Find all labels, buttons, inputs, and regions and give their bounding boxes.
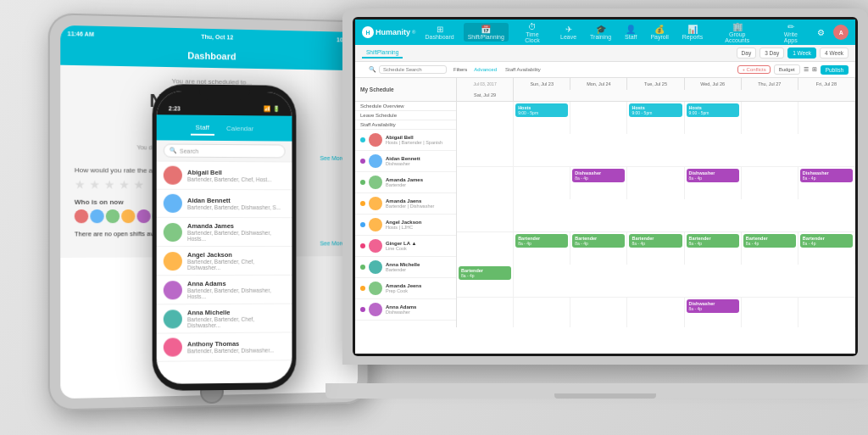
view-3day[interactable]: 3 Day [760, 47, 784, 59]
shift-card[interactable]: Bartender 8a - 4p [515, 234, 568, 248]
grid-cell[interactable] [514, 167, 570, 199]
grid-cell[interactable] [742, 102, 798, 134]
staff-name: Aidan Bennett [187, 197, 286, 204]
grid-cell[interactable] [457, 298, 514, 327]
grid-cell[interactable] [457, 134, 514, 166]
grid-cell[interactable]: Dishwasher 8a - 4p [685, 167, 742, 199]
tab-staff[interactable]: Staff [191, 120, 214, 135]
nav-group-accounts[interactable]: 🏢 Group Accounts [712, 20, 762, 45]
shift-card[interactable]: Dishwasher 8a - 4p [572, 169, 625, 182]
nav-reports[interactable]: 📊 Reports [678, 23, 708, 42]
star-4[interactable]: ★ [119, 178, 130, 192]
staff-row[interactable]: Aidan Bennett Dishwasher [355, 151, 456, 172]
user-avatar[interactable]: A [833, 25, 849, 40]
grid-cell[interactable]: Hosts 9:00 - 5pm [627, 102, 684, 134]
star-2[interactable]: ★ [89, 178, 100, 192]
view-4week[interactable]: 4 Week [820, 47, 849, 59]
grid-cell[interactable]: Dishwasher 8a - 4p [685, 298, 742, 327]
star-3[interactable]: ★ [104, 178, 115, 192]
grid-cell[interactable] [457, 102, 514, 134]
staff-availability-link[interactable]: Staff Availability [355, 120, 456, 130]
publish-button[interactable]: Publish [821, 65, 849, 75]
list-item[interactable]: Angel Jackson Bartender, Bartender, Chef… [157, 247, 292, 276]
grid-cell[interactable]: Bartender 8a - 4p [570, 232, 627, 265]
star-5[interactable]: ★ [133, 178, 144, 192]
shift-card[interactable]: Bartender 8a - 4p [743, 234, 796, 248]
grid-cell[interactable]: Bartender 8a - 4p [627, 232, 684, 265]
grid-cell[interactable] [570, 102, 627, 134]
grid-cell[interactable]: Bartender 8a - 4p [457, 265, 514, 297]
staff-row[interactable]: Ginger LA ▲ Line Cook [355, 236, 456, 257]
grid-cell[interactable]: Bartender 8a - 4p [685, 232, 742, 265]
conflicts-button[interactable]: + Conflicts [737, 65, 770, 74]
staff-row[interactable]: Amanda James Bartender [355, 172, 456, 193]
view-day[interactable]: Day [737, 47, 757, 59]
schedule-search-input[interactable] [379, 65, 447, 74]
grid-cell[interactable] [742, 298, 798, 327]
tablet-date: Thu, Oct 12 [201, 33, 233, 40]
staff-row[interactable]: Amanda Jeens Prep Cook [355, 278, 456, 299]
staff-row[interactable]: Anna Michelle Bartender [355, 257, 456, 278]
staff-row[interactable]: Amanda Jaens Bartender | Dishwasher [355, 193, 456, 215]
shift-card[interactable]: Bartender 8a - 4p [629, 234, 682, 248]
nav-leave[interactable]: ✈ Leave [556, 23, 581, 42]
shift-card[interactable]: Hosts 9:00 - 5pm [515, 103, 568, 117]
grid-cell[interactable] [457, 199, 514, 231]
grid-cell[interactable] [457, 167, 514, 199]
shift-card[interactable]: Dishwasher 8a - 4p [800, 169, 853, 182]
grid-cell[interactable] [514, 298, 570, 327]
grid-cell[interactable]: Dishwasher 8a - 4p [798, 167, 855, 199]
leave-schedule-link[interactable]: Leave Schedule [355, 111, 456, 120]
budget-button[interactable]: Budget [774, 64, 800, 75]
list-item[interactable]: Abigail Bell Bartender, Bartender, Chef,… [157, 162, 292, 191]
grid-cell[interactable] [457, 232, 514, 265]
list-item[interactable]: Amanda James Bartender, Bartender, Dishw… [157, 218, 292, 247]
tab-calendar[interactable]: Calendar [221, 121, 259, 134]
list-item[interactable]: Aidan Bennett Bartender, Bartender, Dish… [157, 190, 292, 218]
list-item[interactable]: Anna Michelle Bartender, Bartender, Chef… [157, 304, 292, 334]
grid-cell[interactable] [798, 102, 855, 134]
subnav-shiftplanning[interactable]: ShiftPlanning [362, 47, 403, 59]
grid-cell[interactable]: Hosts 9:00 - 5pm [685, 102, 742, 134]
staff-row[interactable]: Anna Adams Dishwasher [355, 299, 456, 321]
shift-card[interactable]: Hosts 9:00 - 5pm [687, 103, 739, 117]
shift-card[interactable]: Bartender 8a - 4p [687, 234, 739, 248]
staff-row[interactable]: Angel Jackson Hosts | LJHC [355, 215, 456, 236]
advanced-link[interactable]: Advanced [474, 67, 497, 72]
grid-cell[interactable]: Hosts 9:00 - 5pm [514, 102, 570, 134]
grid-cell[interactable]: Bartender 8a - 4p [514, 232, 570, 265]
staff-role: Bartender, Bartender, Chef, Dishwasher..… [187, 259, 286, 270]
nav-timeclock[interactable]: ⏱ Time Clock [514, 20, 551, 45]
nav-staff[interactable]: 👤 Staff [620, 23, 641, 42]
settings-icon[interactable]: ⚙ [814, 28, 828, 37]
grid-cell[interactable]: Bartender 8a - 4p [798, 232, 855, 265]
grid-cell[interactable]: Bartender 8a - 4p [742, 232, 798, 265]
grid-cell[interactable] [627, 167, 684, 199]
list-item[interactable]: Anthony Thomas Bartender, Bartender, Dis… [157, 332, 292, 361]
nav-write-apps[interactable]: ✏ Write Apps [772, 20, 809, 45]
grid-cell[interactable] [798, 298, 855, 327]
grid-cell[interactable]: Dishwasher 8a - 4p [570, 167, 627, 199]
view-toggle-list[interactable]: ☰ [804, 66, 809, 73]
staff-row[interactable]: Abigail Bell Hosts | Bartender | Spanish [355, 130, 456, 151]
star-1[interactable]: ★ [75, 178, 86, 192]
nav-dashboard[interactable]: ⊞ Dashboard [420, 23, 458, 42]
shift-card[interactable]: Bartender 8a - 4p [800, 234, 853, 248]
shift-card[interactable]: Bartender 8a - 4p [459, 266, 511, 280]
filters-button[interactable]: Filters [450, 67, 470, 72]
phone-search-input[interactable]: 🔍 Search [164, 143, 286, 158]
grid-cell[interactable] [570, 298, 627, 327]
shift-card[interactable]: Dishwasher 8a - 4p [687, 169, 739, 182]
view-toggle-grid[interactable]: ⊞ [812, 66, 817, 73]
shift-card[interactable]: Hosts 9:00 - 5pm [629, 103, 682, 117]
nav-shiftplanning[interactable]: 📅 Shift/Planning [464, 23, 509, 42]
list-item[interactable]: Anna Adams Bartender, Bartender, Dishwas… [157, 276, 292, 305]
shift-card[interactable]: Bartender 8a - 4p [572, 234, 625, 248]
shift-card[interactable]: Dishwasher 8a - 4p [687, 299, 739, 313]
schedule-overview-link[interactable]: Schedule Overview [355, 102, 456, 111]
grid-cell[interactable] [742, 167, 798, 199]
nav-payroll[interactable]: 💰 Payroll [646, 23, 672, 42]
grid-cell[interactable] [627, 298, 684, 327]
view-1week[interactable]: 1 Week [787, 47, 816, 59]
nav-training[interactable]: 🎓 Training [586, 23, 615, 42]
